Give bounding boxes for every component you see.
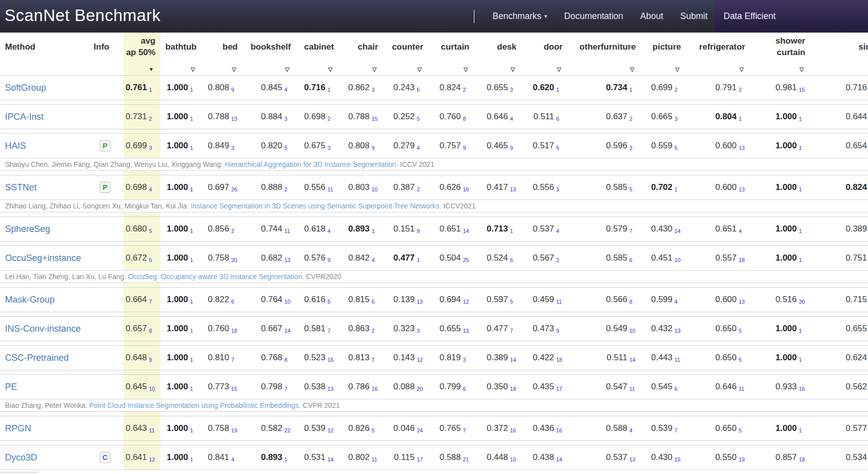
info-badge-p[interactable]: P: [100, 140, 110, 151]
rank-subscript: 10: [284, 299, 292, 305]
citation-venue: ICCV2021: [443, 202, 476, 210]
score-cell-refrigerator: 0.6514: [686, 217, 750, 241]
score-value: 0.477: [393, 253, 415, 263]
column-header-desk[interactable]: desk▽: [474, 33, 522, 75]
rank-subscript: 13: [674, 328, 682, 334]
column-header-shower_curtain[interactable]: showercurtain▽: [750, 33, 810, 75]
sort-icon[interactable]: ▽: [285, 67, 289, 72]
score-cell-door: 0.6201: [522, 76, 568, 100]
rank-subscript: 22: [284, 427, 292, 433]
rank-subscript: 4: [149, 186, 156, 192]
method-link[interactable]: CSC-Pretrained: [5, 353, 69, 363]
nav-item-label: Submit: [680, 11, 708, 22]
info-badge-c[interactable]: C: [100, 452, 110, 463]
score-value: 0.646: [715, 382, 737, 392]
score-value: 0.768: [261, 353, 282, 363]
rank-subscript: 4: [284, 87, 292, 93]
method-link[interactable]: Mask-Group: [5, 295, 55, 305]
score-cell-otherfurniture: 0.5855: [568, 175, 641, 199]
citation-paper-link[interactable]: Hierarchical Aggregation for 3D Instance…: [225, 160, 398, 168]
rank-subscript: 6: [556, 116, 564, 122]
nav-item-benchmarks[interactable]: Benchmarks▾: [492, 11, 547, 22]
method-link[interactable]: SphereSeg: [5, 224, 50, 234]
sort-icon[interactable]: ▽: [800, 67, 804, 72]
citation-paper-link[interactable]: Instance Segmentation in 3D Scenes using…: [191, 202, 441, 210]
column-header-sink[interactable]: sink▽: [810, 33, 868, 75]
rank-subscript: 16: [463, 186, 470, 192]
sort-icon[interactable]: ▽: [328, 67, 332, 72]
score-value: 0.698: [125, 182, 147, 192]
method-link[interactable]: IPCA-Inst: [5, 112, 44, 122]
nav-item-documentation[interactable]: Documentation: [564, 11, 623, 22]
column-header-bookshelf[interactable]: bookshelf▽: [243, 33, 296, 75]
sort-icon[interactable]: ▽: [464, 67, 468, 72]
column-header-counter[interactable]: counter▽: [383, 33, 428, 75]
sort-icon[interactable]: ▽: [557, 67, 561, 72]
score-value: 1.000: [166, 182, 188, 192]
info-cell: [95, 246, 123, 270]
score-value: 0.761: [125, 83, 147, 93]
rank-subscript: 4: [372, 257, 379, 263]
info-badge-p[interactable]: P: [100, 182, 110, 193]
rank-subscript: 24: [417, 427, 424, 433]
nav-item-label: Data Efficient: [724, 11, 776, 22]
citation-paper-link[interactable]: OccuSeg: Occupancy-aware 3D Instance Seg…: [128, 273, 304, 281]
method-link[interactable]: SSTNet: [5, 182, 37, 193]
score-value: 0.664: [125, 295, 147, 305]
sort-icon[interactable]: ▽: [630, 67, 634, 72]
sort-icon[interactable]: ▽: [191, 67, 195, 72]
column-header-door[interactable]: door▽: [522, 33, 568, 75]
score-cell-avg: 0.6647: [123, 288, 160, 312]
score-cell-chair: 0.8931: [339, 217, 383, 241]
method-link[interactable]: INS-Conv-instance: [5, 324, 81, 334]
score-cell-shower_curtain: 1.0001: [750, 175, 810, 199]
score-value: 0.448: [486, 452, 508, 462]
method-link[interactable]: RPGN: [5, 423, 31, 434]
score-value: 0.863: [348, 324, 370, 334]
rank-subscript: 6: [629, 257, 637, 263]
score-value: 0.667: [261, 324, 282, 334]
score-cell-refrigerator: 0.55019: [686, 445, 750, 469]
rank-subscript: 14: [556, 456, 564, 462]
column-header-avg[interactable]: avgap 50%▼: [123, 33, 160, 75]
score-value: 0.849: [208, 141, 229, 151]
nav-item-data-efficient[interactable]: Data Efficient: [715, 0, 868, 33]
method-link[interactable]: Dyco3D: [5, 452, 37, 463]
method-link[interactable]: OccuSeg+instance: [5, 253, 81, 264]
column-header-curtain[interactable]: curtain▽: [428, 33, 474, 75]
method-link[interactable]: SoftGroup: [5, 83, 46, 93]
sort-descending-icon[interactable]: ▼: [148, 67, 154, 72]
score-value: 0.672: [125, 253, 147, 263]
sort-icon[interactable]: ▽: [232, 67, 236, 72]
citation-paper-link[interactable]: Point Cloud Instance Segmentation using …: [89, 401, 301, 409]
column-header-cabinet[interactable]: cabinet▽: [296, 33, 339, 75]
rank-subscript: 5: [417, 116, 424, 122]
score-value: 1.000: [166, 295, 188, 305]
column-header-bed[interactable]: bed▽: [202, 33, 243, 75]
column-header-bathtub[interactable]: bathtub▽: [160, 33, 202, 75]
score-cell-avg: 0.6726: [123, 246, 160, 270]
nav-item-about[interactable]: About: [640, 11, 663, 22]
method-link[interactable]: HAIS: [5, 141, 26, 151]
column-header-chair[interactable]: chair▽: [339, 33, 383, 75]
table-row: OccuSeg+instance0.67261.00010.758200.682…: [0, 246, 868, 271]
score-cell-bathtub: 1.0001: [160, 288, 202, 312]
column-header-picture[interactable]: picture▽: [641, 33, 686, 75]
score-cell-counter: 0.3872: [383, 175, 428, 199]
benchmark-table: MethodInfoavgap 50%▼bathtub▽bed▽bookshel…: [0, 33, 868, 470]
rank-subscript: 1: [327, 87, 335, 93]
sort-icon[interactable]: ▽: [373, 67, 377, 72]
column-header-otherfurniture[interactable]: otherfurniture▽: [568, 33, 641, 75]
citation-venue: CVPR 2021: [303, 401, 340, 409]
column-header-refrigerator[interactable]: refrigerator▽: [686, 33, 750, 75]
sort-icon[interactable]: ▽: [511, 67, 515, 72]
score-cell-picture: 0.43014: [641, 217, 686, 241]
rank-subscript: 1: [799, 116, 806, 122]
nav-item-submit[interactable]: Submit: [680, 11, 708, 22]
sort-icon[interactable]: ▽: [675, 67, 679, 72]
sort-icon[interactable]: ▽: [740, 67, 744, 72]
method-link[interactable]: PE: [5, 382, 17, 392]
info-cell: [95, 346, 123, 370]
score-cell-otherfurniture: 0.5797: [568, 217, 641, 241]
sort-icon[interactable]: ▽: [418, 67, 422, 72]
